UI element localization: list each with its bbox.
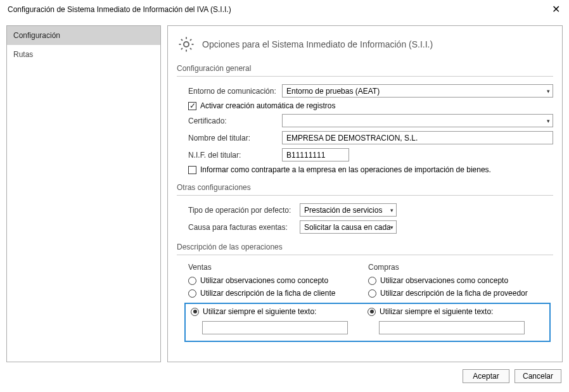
label-cert: Certificado: bbox=[188, 117, 282, 125]
panel-header: Opciones para el Sistema Inmediato de In… bbox=[177, 35, 553, 54]
input-holder-nif[interactable]: B11111111 bbox=[282, 148, 349, 161]
radio-icon bbox=[368, 308, 376, 316]
radio-purchases-ficha[interactable]: Utilizar descripción de la ficha de prov… bbox=[368, 289, 548, 298]
label-op-type: Tipo de operación por defecto: bbox=[188, 206, 300, 215]
panel-title: Opciones para el Sistema Inmediato de In… bbox=[202, 39, 433, 49]
input-holder-name[interactable]: EMPRESA DE DEMOSTRACION, S.L. bbox=[282, 131, 553, 144]
radio-label: Utilizar descripción de la ficha de clie… bbox=[200, 289, 335, 298]
select-exempt-cause-value: Solicitar la causa en cada bbox=[304, 223, 390, 232]
window-title: Configuración de Sistema Inmediato de In… bbox=[8, 5, 231, 14]
label-inform-counterpart: Informar como contraparte a la empresa e… bbox=[200, 165, 491, 174]
checkbox-inform-counterpart[interactable] bbox=[188, 166, 196, 174]
accept-button[interactable]: Aceptar bbox=[463, 369, 509, 383]
select-exempt-cause[interactable]: Solicitar la causa en cada ▾ bbox=[300, 220, 397, 234]
svg-point-0 bbox=[184, 42, 189, 47]
sidebar-item-label: Rutas bbox=[13, 50, 33, 59]
heading-purchases: Compras bbox=[368, 263, 548, 272]
row-inform-counterpart: Informar como contraparte a la empresa e… bbox=[177, 165, 553, 174]
row-env: Entorno de comunicación: Entorno de prue… bbox=[177, 84, 553, 98]
row-auto-create: ✓ Activar creación automática de registr… bbox=[177, 101, 553, 110]
row-holder-name: Nombre del titular: EMPRESA DE DEMOSTRAC… bbox=[177, 131, 553, 144]
col-purchases-text: Utilizar siempre el siguiente texto: bbox=[368, 307, 544, 334]
radio-icon bbox=[188, 277, 196, 285]
select-op-type[interactable]: Prestación de servicios ▾ bbox=[300, 203, 397, 217]
label-env: Entorno de comunicación: bbox=[188, 87, 282, 96]
radio-icon bbox=[191, 308, 199, 316]
sidebar-item-label: Configuración bbox=[13, 31, 60, 40]
radio-label: Utilizar descripción de la ficha de prov… bbox=[380, 289, 528, 298]
titlebar: Configuración de Sistema Inmediato de In… bbox=[0, 0, 569, 19]
chevron-down-icon: ▾ bbox=[390, 207, 393, 213]
selected-text-box: Utilizar siempre el siguiente texto: Uti… bbox=[184, 303, 551, 342]
main-panel: Opciones para el Sistema Inmediato de In… bbox=[167, 25, 563, 362]
heading-sales: Ventas bbox=[188, 263, 368, 272]
select-op-type-value: Prestación de servicios bbox=[304, 206, 382, 215]
col-sales: Ventas Utilizar observaciones como conce… bbox=[188, 263, 368, 301]
input-holder-nif-value: B11111111 bbox=[286, 151, 325, 160]
close-icon[interactable]: ✕ bbox=[549, 4, 563, 15]
label-holder-nif: N.I.F. del titular: bbox=[188, 151, 282, 160]
input-purchases-text[interactable] bbox=[379, 321, 525, 334]
section-heading-other: Otras configuraciones bbox=[177, 183, 553, 196]
select-cert[interactable]: ▾ bbox=[282, 114, 553, 127]
radio-icon bbox=[368, 277, 376, 285]
radio-label: Utilizar observaciones como concepto bbox=[380, 276, 508, 285]
chevron-down-icon: ▾ bbox=[390, 224, 393, 231]
label-holder-name: Nombre del titular: bbox=[188, 134, 282, 142]
sidebar-item-configuracion[interactable]: Configuración bbox=[7, 26, 160, 45]
chevron-down-icon: ▾ bbox=[547, 88, 550, 94]
checkbox-auto-create[interactable]: ✓ bbox=[188, 102, 196, 110]
row-cert: Certificado: ▾ bbox=[177, 114, 553, 127]
radio-sales-obs[interactable]: Utilizar observaciones como concepto bbox=[188, 276, 368, 285]
cancel-button[interactable]: Cancelar bbox=[515, 369, 561, 383]
input-holder-name-value: EMPRESA DE DEMOSTRACION, S.L. bbox=[286, 134, 418, 142]
gear-icon bbox=[177, 35, 196, 54]
label-exempt-cause: Causa para facturas exentas: bbox=[188, 223, 300, 232]
radio-icon bbox=[368, 289, 376, 298]
radio-purchases-obs[interactable]: Utilizar observaciones como concepto bbox=[368, 276, 548, 285]
input-sales-text[interactable] bbox=[202, 321, 348, 334]
section-heading-desc: Descripción de las operaciones bbox=[177, 243, 553, 255]
col-purchases: Compras Utilizar observaciones como conc… bbox=[368, 263, 548, 301]
radio-icon bbox=[188, 289, 196, 298]
row-exempt-cause: Causa para facturas exentas: Solicitar l… bbox=[177, 220, 553, 234]
row-op-type: Tipo de operación por defecto: Prestació… bbox=[177, 203, 553, 217]
chevron-down-icon: ▾ bbox=[547, 118, 550, 124]
content-area: Configuración Rutas Opciones para el Sis… bbox=[0, 19, 569, 367]
sidebar: Configuración Rutas bbox=[6, 25, 161, 362]
bottom-bar: Aceptar Cancelar bbox=[0, 367, 569, 385]
radio-sales-ficha[interactable]: Utilizar descripción de la ficha de clie… bbox=[188, 289, 368, 298]
check-icon: ✓ bbox=[189, 102, 196, 110]
radio-purchases-text[interactable]: Utilizar siempre el siguiente texto: bbox=[368, 307, 544, 316]
label-auto-create: Activar creación automática de registros bbox=[200, 101, 335, 110]
col-sales-text: Utilizar siempre el siguiente texto: bbox=[191, 307, 368, 334]
desc-columns: Ventas Utilizar observaciones como conce… bbox=[177, 263, 553, 301]
radio-label: Utilizar observaciones como concepto bbox=[200, 276, 328, 285]
radio-label: Utilizar siempre el siguiente texto: bbox=[380, 307, 493, 316]
row-holder-nif: N.I.F. del titular: B11111111 bbox=[177, 148, 553, 161]
section-heading-general: Configuración general bbox=[177, 64, 553, 77]
select-env-value: Entorno de pruebas (AEAT) bbox=[286, 87, 380, 96]
radio-label: Utilizar siempre el siguiente texto: bbox=[203, 307, 316, 316]
sidebar-item-rutas[interactable]: Rutas bbox=[7, 45, 160, 64]
radio-sales-text[interactable]: Utilizar siempre el siguiente texto: bbox=[191, 307, 368, 316]
select-env[interactable]: Entorno de pruebas (AEAT) ▾ bbox=[282, 84, 553, 98]
